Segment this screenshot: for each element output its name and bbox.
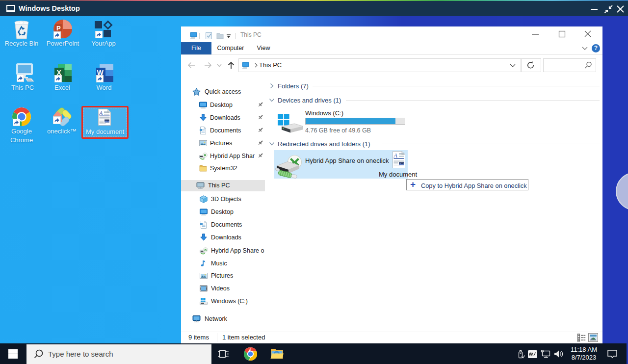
svg-text:A: A [99,110,103,116]
svg-text:P: P [56,25,61,32]
svg-text:A: A [393,152,398,159]
